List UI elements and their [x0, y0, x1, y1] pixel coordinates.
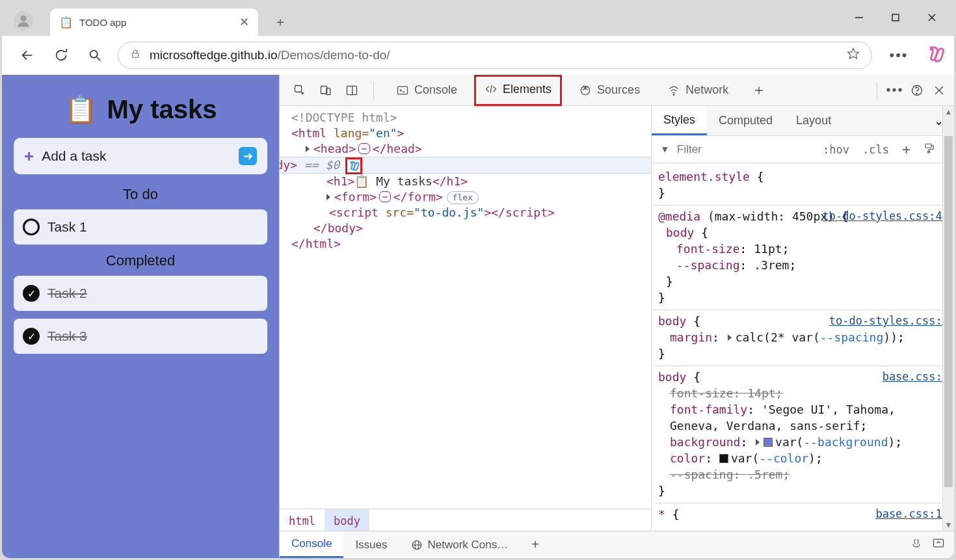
- tab-computed[interactable]: Computed: [707, 106, 784, 135]
- drawer-tab-issues[interactable]: Issues: [343, 531, 399, 558]
- svg-line-17: [490, 85, 492, 93]
- devtools-drawer: Console Issues Network Cons… +: [280, 531, 954, 558]
- svg-marker-9: [848, 49, 859, 59]
- profile-button[interactable]: [14, 11, 33, 31]
- tab-console[interactable]: Console: [386, 75, 468, 106]
- add-task-placeholder: Add a task: [42, 148, 106, 164]
- site-info-button[interactable]: [130, 48, 140, 62]
- styles-pane: Styles Computed Layout ⌄ ▾ :hov .cls +: [651, 106, 954, 531]
- close-devtools-button[interactable]: [929, 81, 949, 100]
- clipboard-icon: 📋: [64, 94, 97, 125]
- ellipsis-badge[interactable]: ⋯: [358, 143, 370, 154]
- drawer-tab-console[interactable]: Console: [280, 531, 343, 558]
- back-button[interactable]: [16, 44, 38, 66]
- svg-rect-29: [925, 144, 931, 148]
- breadcrumb-item[interactable]: body: [325, 509, 369, 531]
- flex-badge[interactable]: flex: [447, 191, 479, 204]
- tab-close-button[interactable]: ✕: [239, 16, 249, 28]
- paint-icon[interactable]: [917, 142, 942, 157]
- drawer-expand-button[interactable]: [932, 537, 945, 553]
- expand-icon[interactable]: [306, 146, 310, 152]
- window-maximize-button[interactable]: [877, 5, 914, 31]
- svg-rect-30: [928, 151, 930, 152]
- svg-rect-10: [295, 85, 302, 92]
- scrollbar[interactable]: ▲ ▼: [942, 106, 954, 531]
- source-link[interactable]: base.css:15: [875, 506, 949, 522]
- url-text: microsoftedge.github.io/Demos/demo-to-do…: [150, 48, 390, 62]
- search-button[interactable]: [84, 44, 106, 66]
- device-toggle-button[interactable]: [316, 81, 336, 100]
- tab-elements[interactable]: Elements: [474, 75, 562, 106]
- task-item[interactable]: Task 2: [14, 276, 267, 311]
- svg-point-6: [90, 50, 98, 57]
- tab-favicon: 📋: [59, 16, 73, 29]
- drawer-icon[interactable]: [910, 537, 923, 553]
- task-checkbox[interactable]: [23, 219, 40, 235]
- task-item[interactable]: Task 1: [14, 209, 267, 245]
- svg-point-0: [20, 16, 26, 21]
- window-close-button[interactable]: [914, 5, 950, 31]
- browser-tab[interactable]: 📋 TODO app ✕: [50, 8, 258, 36]
- breadcrumb-item[interactable]: html: [280, 509, 325, 531]
- submit-task-button[interactable]: ➔: [239, 147, 257, 165]
- hov-toggle[interactable]: :hov: [816, 143, 856, 156]
- dock-toggle-button[interactable]: [342, 81, 362, 100]
- copilot-button[interactable]: [925, 44, 948, 66]
- styles-pane-tabs: Styles Computed Layout ⌄: [652, 106, 954, 136]
- browser-menu-button[interactable]: •••: [884, 47, 914, 64]
- task-label: Task 2: [47, 286, 87, 301]
- todo-heading: To do: [10, 186, 271, 203]
- page-viewport: 📋My tasks + Add a task ➔ To do Task 1 Co…: [2, 75, 279, 558]
- new-tab-button[interactable]: ＋: [269, 10, 292, 33]
- tab-sources[interactable]: Sources: [568, 75, 650, 106]
- window-minimize-button[interactable]: [841, 5, 877, 31]
- source-link[interactable]: base.css:1: [883, 369, 949, 385]
- expand-icon[interactable]: [728, 334, 732, 341]
- task-checkbox[interactable]: [23, 328, 40, 345]
- task-label: Task 3: [47, 328, 87, 344]
- svg-point-19: [585, 87, 587, 88]
- scroll-up-icon[interactable]: ▲: [943, 106, 954, 118]
- add-task-input[interactable]: + Add a task ➔: [14, 138, 267, 174]
- source-link[interactable]: to-do-styles.css:40: [823, 208, 949, 224]
- svg-rect-2: [892, 14, 899, 21]
- svg-rect-8: [132, 53, 138, 57]
- breadcrumb[interactable]: html body: [280, 509, 651, 531]
- drawer-tab-network-conditions[interactable]: Network Cons…: [399, 531, 520, 558]
- browser-toolbar: microsoftedge.github.io/Demos/demo-to-do…: [2, 36, 954, 75]
- help-button[interactable]: [907, 81, 927, 100]
- svg-line-7: [97, 57, 101, 60]
- address-bar[interactable]: microsoftedge.github.io/Demos/demo-to-do…: [118, 42, 872, 69]
- completed-heading: Completed: [10, 252, 271, 269]
- expand-icon[interactable]: [326, 194, 330, 200]
- source-link[interactable]: to-do-styles.css:1: [829, 313, 949, 329]
- task-item[interactable]: Task 3: [14, 319, 267, 354]
- scroll-thumb[interactable]: [944, 136, 953, 487]
- more-tabs-button[interactable]: [749, 81, 769, 100]
- cls-toggle[interactable]: .cls: [856, 143, 896, 156]
- svg-point-26: [916, 93, 917, 94]
- styles-filter-input[interactable]: [676, 142, 816, 157]
- color-swatch[interactable]: [719, 454, 728, 463]
- ellipsis-badge[interactable]: ⋯: [379, 191, 391, 202]
- new-rule-button[interactable]: +: [896, 141, 917, 157]
- copilot-icon[interactable]: [347, 159, 361, 173]
- color-swatch[interactable]: [763, 438, 773, 447]
- task-checkbox[interactable]: [23, 285, 40, 302]
- svg-rect-15: [398, 87, 408, 94]
- devtools-toolbar: Console Elements Sources Network ••: [280, 75, 954, 106]
- refresh-button[interactable]: [50, 44, 72, 66]
- tab-styles[interactable]: Styles: [652, 106, 707, 135]
- dom-tree[interactable]: <!DOCTYPE html> <html lang="en"> <head>⋯…: [280, 106, 651, 531]
- favorite-button[interactable]: [847, 47, 860, 63]
- tab-title: TODO app: [79, 17, 126, 28]
- filter-icon: ▾: [652, 142, 676, 156]
- inspect-button[interactable]: [290, 81, 310, 100]
- scroll-down-icon[interactable]: ▼: [943, 519, 954, 531]
- devtools-menu-button[interactable]: •••: [885, 81, 905, 100]
- drawer-more-button[interactable]: +: [520, 531, 551, 558]
- expand-icon[interactable]: [756, 439, 760, 446]
- tab-network[interactable]: Network: [657, 75, 739, 106]
- plus-icon: +: [24, 146, 34, 167]
- tab-layout[interactable]: Layout: [784, 106, 843, 135]
